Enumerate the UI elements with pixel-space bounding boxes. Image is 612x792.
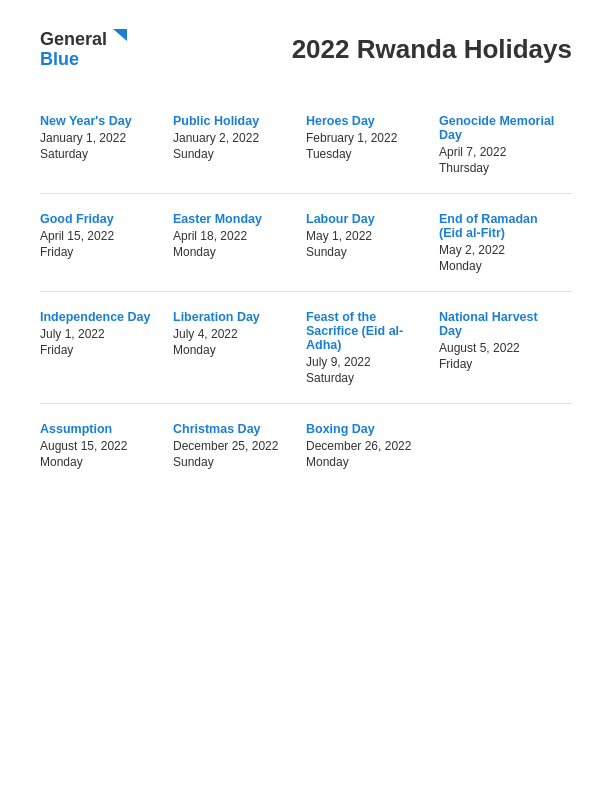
holiday-day: Friday xyxy=(40,245,163,259)
holiday-cell: Independence Day July 1, 2022 Friday xyxy=(40,296,173,399)
holiday-name: Genocide Memorial Day xyxy=(439,114,562,142)
holiday-cell: Boxing Day December 26, 2022 Monday xyxy=(306,408,439,483)
holiday-name: National Harvest Day xyxy=(439,310,562,338)
holiday-date: August 5, 2022 xyxy=(439,341,562,355)
holiday-day: Saturday xyxy=(306,371,429,385)
holiday-cell: Feast of the Sacrifice (Eid al-Adha) Jul… xyxy=(306,296,439,399)
holiday-cell: Public Holiday January 2, 2022 Sunday xyxy=(173,100,306,189)
holiday-name: Heroes Day xyxy=(306,114,429,128)
holidays-grid: New Year's Day January 1, 2022 Saturday … xyxy=(40,100,572,483)
holiday-name: Good Friday xyxy=(40,212,163,226)
holiday-name: New Year's Day xyxy=(40,114,163,128)
holiday-day: Tuesday xyxy=(306,147,429,161)
holiday-date: December 26, 2022 xyxy=(306,439,429,453)
page-title: 2022 Rwanda Holidays xyxy=(292,34,572,65)
holiday-cell: National Harvest Day August 5, 2022 Frid… xyxy=(439,296,572,399)
holiday-day: Friday xyxy=(40,343,163,357)
holiday-day: Monday xyxy=(306,455,429,469)
holiday-day: Monday xyxy=(439,259,562,273)
holiday-day: Saturday xyxy=(40,147,163,161)
holiday-name: Feast of the Sacrifice (Eid al-Adha) xyxy=(306,310,429,352)
logo-text-blue: Blue xyxy=(40,49,79,69)
holiday-name: Assumption xyxy=(40,422,163,436)
holiday-cell: Liberation Day July 4, 2022 Monday xyxy=(173,296,306,399)
holiday-name: Liberation Day xyxy=(173,310,296,324)
holiday-day: Friday xyxy=(439,357,562,371)
logo-text-general: General xyxy=(40,30,107,50)
holiday-name: Independence Day xyxy=(40,310,163,324)
holiday-date: February 1, 2022 xyxy=(306,131,429,145)
holiday-cell: Easter Monday April 18, 2022 Monday xyxy=(173,198,306,287)
row-divider xyxy=(40,403,572,404)
holiday-name: Easter Monday xyxy=(173,212,296,226)
logo: General Blue xyxy=(40,30,131,70)
holiday-day: Monday xyxy=(40,455,163,469)
svg-marker-0 xyxy=(113,29,127,41)
holiday-name: End of Ramadan (Eid al-Fitr) xyxy=(439,212,562,240)
holiday-date: April 7, 2022 xyxy=(439,145,562,159)
holiday-date: July 1, 2022 xyxy=(40,327,163,341)
holiday-cell: Labour Day May 1, 2022 Sunday xyxy=(306,198,439,287)
holiday-date: May 2, 2022 xyxy=(439,243,562,257)
holiday-day: Sunday xyxy=(173,147,296,161)
holiday-cell: End of Ramadan (Eid al-Fitr) May 2, 2022… xyxy=(439,198,572,287)
holiday-cell: Good Friday April 15, 2022 Friday xyxy=(40,198,173,287)
holiday-cell xyxy=(439,408,572,483)
holiday-date: April 15, 2022 xyxy=(40,229,163,243)
holiday-cell: Christmas Day December 25, 2022 Sunday xyxy=(173,408,306,483)
holiday-day: Monday xyxy=(173,245,296,259)
holiday-name: Boxing Day xyxy=(306,422,429,436)
holiday-date: December 25, 2022 xyxy=(173,439,296,453)
holiday-day: Thursday xyxy=(439,161,562,175)
holiday-date: January 2, 2022 xyxy=(173,131,296,145)
holiday-cell: Heroes Day February 1, 2022 Tuesday xyxy=(306,100,439,189)
holiday-date: August 15, 2022 xyxy=(40,439,163,453)
header: General Blue 2022 Rwanda Holidays xyxy=(40,30,572,70)
holiday-day: Monday xyxy=(173,343,296,357)
holiday-date: May 1, 2022 xyxy=(306,229,429,243)
holiday-date: July 9, 2022 xyxy=(306,355,429,369)
row-divider xyxy=(40,193,572,194)
holiday-date: April 18, 2022 xyxy=(173,229,296,243)
holiday-cell: Genocide Memorial Day April 7, 2022 Thur… xyxy=(439,100,572,189)
holiday-date: July 4, 2022 xyxy=(173,327,296,341)
holiday-name: Christmas Day xyxy=(173,422,296,436)
page: General Blue 2022 Rwanda Holidays New Ye… xyxy=(0,0,612,792)
holiday-cell: New Year's Day January 1, 2022 Saturday xyxy=(40,100,173,189)
holiday-date: January 1, 2022 xyxy=(40,131,163,145)
row-divider xyxy=(40,291,572,292)
holiday-cell: Assumption August 15, 2022 Monday xyxy=(40,408,173,483)
holiday-name: Public Holiday xyxy=(173,114,296,128)
holiday-name: Labour Day xyxy=(306,212,429,226)
logo-icon xyxy=(109,25,131,47)
holiday-day: Sunday xyxy=(173,455,296,469)
holiday-day: Sunday xyxy=(306,245,429,259)
